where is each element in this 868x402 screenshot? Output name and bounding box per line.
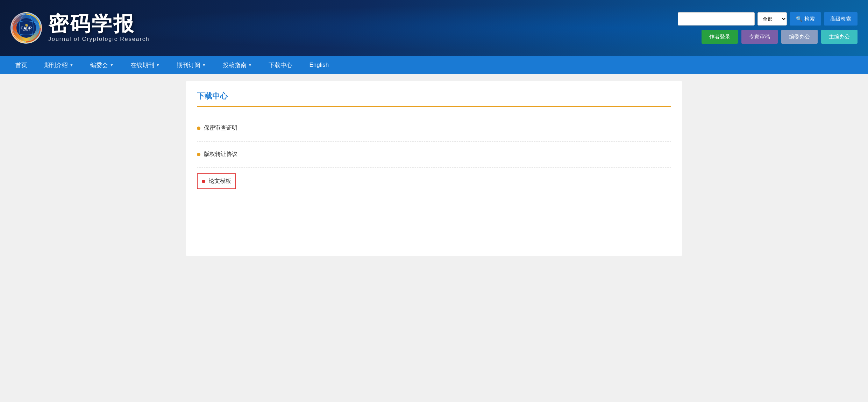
chief-editor-button[interactable]: 主编办公 <box>821 30 858 44</box>
header-right: 全部 🔍 检索 高级检索 作者登录 专家审稿 编委办公 主编办公 <box>678 12 858 44</box>
site-header: 中 CACR 密码学报 Journal of Cryptologic Resea… <box>0 0 868 56</box>
title-divider <box>197 106 671 107</box>
svg-text:CACR: CACR <box>23 29 30 31</box>
main-navigation: 首页 期刊介绍 ▼ 编委会 ▼ 在线期刊 ▼ 期刊订阅 ▼ 投稿指南 ▼ 下载中… <box>0 56 868 74</box>
nav-item-online-journal[interactable]: 在线期刊 ▼ <box>122 56 168 74</box>
advanced-search-button[interactable]: 高级检索 <box>824 12 858 26</box>
bullet-red-icon <box>202 180 205 183</box>
nav-item-home[interactable]: 首页 <box>7 56 36 74</box>
list-item: 保密审查证明 <box>197 115 671 142</box>
search-row: 全部 🔍 检索 高级检索 <box>678 12 858 26</box>
nav-item-english[interactable]: English <box>301 56 337 74</box>
download-item-template[interactable]: 论文模板 <box>197 173 236 189</box>
author-login-button[interactable]: 作者登录 <box>702 30 738 44</box>
logo-text-area: 密码学报 Journal of Cryptologic Research <box>48 14 150 42</box>
bullet-icon <box>197 153 200 156</box>
search-button[interactable]: 🔍 检索 <box>790 12 821 26</box>
site-subtitle: Journal of Cryptologic Research <box>48 36 150 42</box>
action-buttons-row: 作者登录 专家审稿 编委办公 主编办公 <box>702 30 858 44</box>
logo-icon: 中 CACR <box>10 12 42 44</box>
chevron-down-icon: ▼ <box>110 63 114 67</box>
logo-area: 中 CACR 密码学报 Journal of Cryptologic Resea… <box>10 12 150 44</box>
chevron-down-icon: ▼ <box>156 63 160 67</box>
svg-text:中: 中 <box>25 24 28 27</box>
editor-office-button[interactable]: 编委办公 <box>781 30 818 44</box>
nav-item-download-center[interactable]: 下载中心 <box>260 56 301 74</box>
site-title: 密码学报 <box>48 14 150 34</box>
search-scope-select[interactable]: 全部 <box>757 12 787 26</box>
main-content: 下载中心 保密审查证明 版权转让协议 论文模板 <box>179 81 689 256</box>
page-title: 下载中心 <box>197 91 671 101</box>
list-item: 论文模板 <box>197 168 671 195</box>
bullet-icon <box>197 127 200 130</box>
download-item-security-cert[interactable]: 保密审查证明 <box>197 120 237 137</box>
expert-review-button[interactable]: 专家审稿 <box>741 30 778 44</box>
search-input[interactable] <box>678 12 755 26</box>
nav-item-subscription[interactable]: 期刊订阅 ▼ <box>168 56 214 74</box>
chevron-down-icon: ▼ <box>202 63 206 67</box>
chevron-down-icon: ▼ <box>248 63 252 67</box>
content-card: 下载中心 保密审查证明 版权转让协议 论文模板 <box>186 81 682 256</box>
nav-item-editorial[interactable]: 编委会 ▼ <box>82 56 122 74</box>
chevron-down-icon: ▼ <box>70 63 73 67</box>
nav-item-journal-intro[interactable]: 期刊介绍 ▼ <box>36 56 82 74</box>
search-icon: 🔍 <box>796 16 803 22</box>
download-item-copyright[interactable]: 版权转让协议 <box>197 146 237 163</box>
list-item: 版权转让协议 <box>197 142 671 168</box>
nav-item-submission[interactable]: 投稿指南 ▼ <box>214 56 261 74</box>
